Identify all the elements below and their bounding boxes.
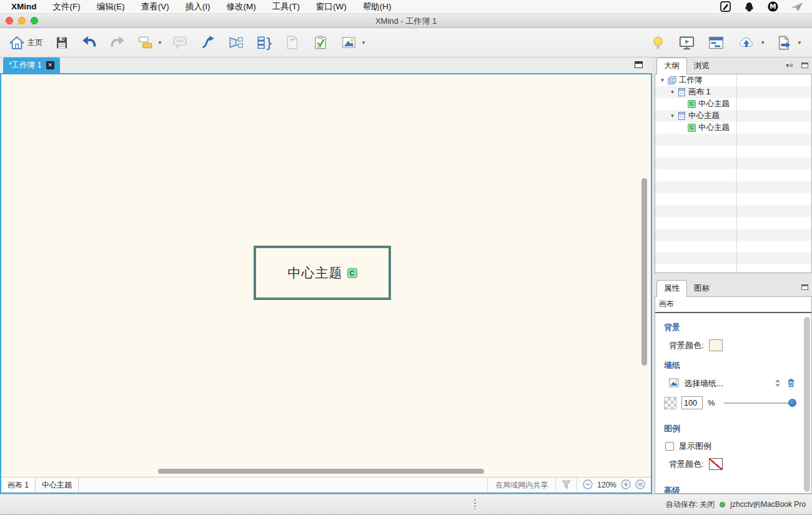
wallpaper-select-row: 选择墙纸...	[669, 378, 796, 390]
outline-panel-tabs: 大纲 浏览 ▾≡	[655, 58, 812, 74]
legend-background-color-swatch[interactable]	[709, 458, 723, 470]
tree-item-sheet-2[interactable]: ▼ 中心主题	[655, 110, 811, 122]
share-upload-button[interactable]	[736, 33, 757, 52]
workbook-tab[interactable]: *工作簿 1 ✕	[3, 58, 60, 73]
view-menu-icon[interactable]: ▾≡	[786, 62, 794, 69]
maximize-editor-icon[interactable]	[635, 61, 643, 68]
image-button[interactable]	[339, 33, 359, 52]
close-tab-icon[interactable]: ✕	[46, 61, 54, 69]
undo-button[interactable]	[80, 33, 99, 52]
expand-arrow-icon[interactable]: ▼	[670, 113, 675, 119]
save-button[interactable]	[53, 34, 71, 52]
workspace: *工作簿 1 ✕ 中心主题 C 画布 1 中心主题	[0, 58, 812, 494]
new-sheet-button[interactable]	[283, 33, 302, 52]
zoom-reset-button[interactable]	[635, 479, 645, 491]
qq-icon[interactable]	[743, 1, 755, 12]
share-dropdown-icon[interactable]: ▼	[760, 40, 765, 46]
tree-item-label: 中心主题	[698, 122, 730, 133]
home-button[interactable]: 主页	[7, 34, 44, 52]
share-lan-button[interactable]: 在局域网内共享	[487, 478, 555, 492]
relationship-button[interactable]	[199, 33, 217, 52]
zoom-controls: 120%	[577, 478, 651, 492]
idea-button[interactable]	[649, 33, 667, 52]
tree-item-central-topic-2[interactable]: C 中心主题	[655, 122, 811, 134]
export-dropdown-icon[interactable]: ▼	[797, 40, 802, 46]
menu-help[interactable]: 帮助(H)	[363, 1, 392, 12]
menu-edit[interactable]: 编辑(E)	[97, 1, 125, 12]
comment-button[interactable]	[171, 33, 189, 52]
sheet-bar: 画布 1 中心主题 在局域网内共享 120%	[1, 477, 651, 492]
task-icon	[312, 34, 329, 51]
menu-tools[interactable]: 工具(T)	[272, 1, 300, 12]
horizontal-scrollbar[interactable]	[158, 469, 484, 474]
tree-item-sheet-1[interactable]: ▼ 画布 1	[655, 86, 811, 98]
central-topic-label: 中心主题	[288, 264, 343, 282]
statusbar-drag-handle[interactable]	[474, 499, 476, 509]
tab-markers[interactable]: 图标	[687, 281, 716, 296]
expand-arrow-icon[interactable]: ▼	[670, 89, 675, 95]
paper-plane-icon[interactable]	[791, 1, 803, 12]
online-status-icon	[720, 502, 725, 508]
outline-panel: 大纲 浏览 ▾≡ ▼ 工作簿 ▼	[655, 58, 812, 273]
wallpaper-opacity-input[interactable]	[681, 396, 703, 409]
sheet-icon	[678, 88, 686, 96]
export-button[interactable]	[774, 33, 794, 52]
menu-view[interactable]: 查看(V)	[141, 1, 169, 12]
vertical-scrollbar[interactable]	[641, 178, 647, 366]
minimize-panel-icon[interactable]	[801, 62, 808, 68]
autosave-status: 自动保存: 关闭	[666, 499, 715, 510]
zoom-in-button[interactable]	[621, 479, 631, 491]
filter-button[interactable]	[555, 478, 577, 492]
gantt-button[interactable]	[706, 33, 726, 52]
tab-outline[interactable]: 大纲	[656, 58, 687, 74]
home-button-label: 主页	[27, 38, 42, 48]
sheet-tab-central-topic[interactable]: 中心主题	[36, 478, 79, 492]
sheet-tab-canvas-1[interactable]: 画布 1	[1, 478, 36, 492]
section-legend-title: 图例	[664, 423, 811, 434]
gantt-icon	[708, 34, 725, 51]
wallpaper-opacity-slider[interactable]	[724, 399, 796, 407]
redo-icon	[109, 34, 126, 51]
redo-button[interactable]	[108, 33, 127, 52]
wallpaper-spinner[interactable]	[775, 379, 781, 389]
wallpaper-delete-button[interactable]	[786, 378, 796, 390]
background-color-swatch[interactable]	[709, 339, 723, 351]
zoom-out-button[interactable]	[583, 479, 593, 491]
tree-item-label: 工作簿	[679, 75, 703, 86]
note-icon[interactable]	[720, 1, 731, 12]
boundary-button[interactable]	[227, 33, 245, 52]
slider-thumb[interactable]	[788, 399, 796, 407]
main-toolbar: 主页 ▼ } ▼ ▼ ▼	[0, 28, 812, 58]
tab-browse[interactable]: 浏览	[687, 58, 716, 74]
image-dropdown-icon[interactable]: ▼	[361, 40, 366, 46]
central-topic[interactable]: 中心主题 C	[254, 246, 391, 300]
insert-topic-button[interactable]	[136, 33, 155, 52]
task-button[interactable]	[311, 33, 330, 52]
menubar-app-name[interactable]: XMind	[11, 2, 37, 11]
show-legend-checkbox[interactable]	[665, 442, 674, 451]
presentation-button[interactable]	[677, 33, 696, 52]
tree-item-central-topic-1[interactable]: C 中心主题	[655, 98, 811, 110]
tree-item-workbook[interactable]: ▼ 工作簿	[655, 74, 811, 86]
insert-topic-dropdown-icon[interactable]: ▼	[157, 40, 162, 46]
sheetbar-spacer	[79, 478, 487, 492]
summary-button[interactable]: }	[255, 33, 274, 52]
properties-content: 背景 背景颜色: 墙纸 选择墙纸...	[655, 313, 811, 494]
mindmap-canvas[interactable]: 中心主题 C	[1, 74, 651, 477]
topic-marker-badge[interactable]: C	[347, 268, 357, 278]
minimize-panel-icon[interactable]	[801, 284, 808, 290]
menu-window[interactable]: 窗口(W)	[316, 1, 347, 12]
wallpaper-select-button[interactable]: 选择墙纸...	[684, 378, 723, 389]
expand-arrow-icon[interactable]: ▼	[660, 78, 665, 83]
tab-properties[interactable]: 属性	[656, 280, 687, 297]
workbook-tab-label: *工作簿 1	[9, 60, 42, 71]
image-icon	[340, 34, 357, 51]
properties-scrollbar[interactable]	[804, 317, 810, 492]
section-background-title: 背景	[664, 322, 811, 333]
window-titlebar[interactable]: XMind - 工作簿 1	[0, 14, 812, 28]
m-circle-icon[interactable]: M	[767, 1, 779, 12]
menu-modify[interactable]: 修改(M)	[227, 1, 256, 12]
menu-insert[interactable]: 插入(I)	[186, 1, 210, 12]
menu-file[interactable]: 文件(F)	[53, 1, 81, 12]
opacity-checker-icon[interactable]	[664, 397, 676, 409]
